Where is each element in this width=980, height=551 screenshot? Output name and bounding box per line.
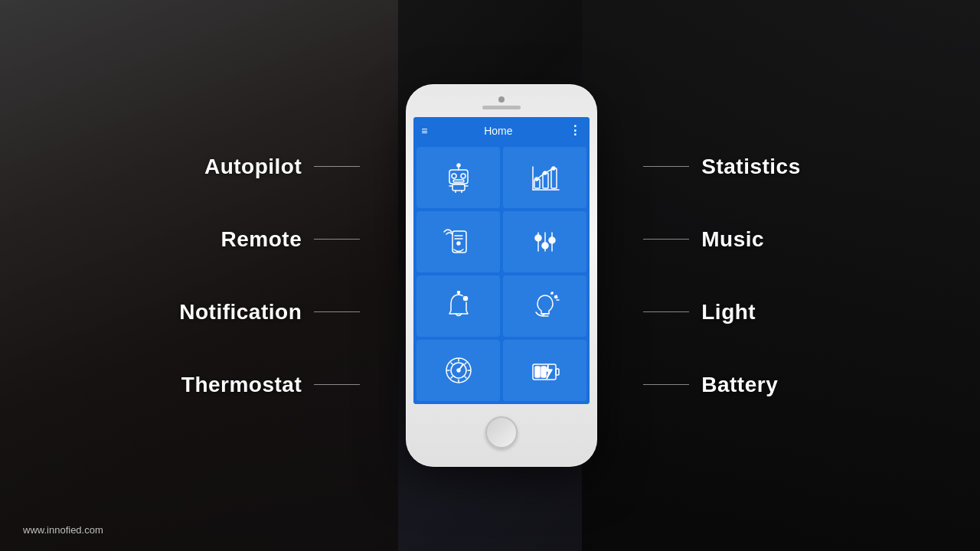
phone-bottom (413, 404, 590, 448)
svg-point-17 (544, 171, 547, 174)
chart-icon (528, 161, 562, 194)
music-label: Music (701, 227, 764, 252)
thermostat-label: Thermostat (181, 373, 302, 397)
autopilot-line (314, 166, 360, 167)
thermostat-line (314, 384, 360, 385)
notification-label: Notification (179, 300, 302, 324)
label-row-battery: Battery (643, 348, 801, 421)
sliders-icon (528, 225, 562, 259)
light-label: Light (701, 300, 756, 324)
label-row-music: Music (643, 203, 801, 276)
svg-rect-13 (551, 168, 557, 188)
svg-rect-55 (535, 367, 540, 377)
label-row-thermostat: Thermostat (179, 348, 360, 421)
app-grid (413, 144, 590, 404)
svg-point-22 (457, 242, 460, 245)
thermostat-cell[interactable] (416, 340, 500, 401)
right-labels: Statistics Music Light Battery (643, 130, 801, 421)
label-row-light: Light (643, 276, 801, 348)
music-line (643, 239, 689, 240)
thermostat-icon (442, 354, 475, 387)
svg-rect-56 (541, 367, 546, 377)
svg-rect-6 (452, 184, 465, 191)
svg-line-47 (465, 363, 466, 364)
svg-point-38 (554, 296, 557, 298)
remote-icon (442, 225, 475, 259)
remote-cell[interactable] (416, 211, 500, 272)
svg-rect-12 (543, 173, 548, 188)
statistics-cell[interactable] (503, 147, 586, 208)
remote-label: Remote (221, 227, 302, 252)
battery-icon (528, 354, 562, 387)
light-cell[interactable] (503, 276, 586, 337)
notification-line (314, 311, 360, 312)
remote-line (314, 239, 360, 240)
svg-point-18 (552, 167, 555, 170)
svg-point-26 (535, 235, 541, 241)
bell-icon (442, 289, 475, 323)
svg-rect-54 (556, 369, 559, 375)
autopilot-cell[interactable] (416, 147, 500, 208)
svg-point-52 (457, 369, 460, 372)
svg-point-4 (461, 174, 466, 178)
more-icon[interactable]: ⋮ (569, 123, 582, 138)
label-row-autopilot: Autopilot (179, 130, 360, 203)
phone-mockup: ≡ Home ⋮ (406, 84, 597, 467)
svg-point-28 (549, 237, 555, 243)
label-row-statistics: Statistics (643, 130, 801, 203)
home-button[interactable] (485, 416, 518, 448)
robot-icon (442, 161, 475, 194)
phone-top (413, 96, 590, 117)
svg-point-30 (457, 292, 459, 294)
svg-point-27 (542, 243, 548, 249)
phone-speaker (482, 106, 521, 109)
statistics-line (643, 166, 689, 167)
svg-line-50 (451, 377, 452, 378)
phone-camera (498, 96, 505, 103)
bulb-icon (528, 289, 562, 323)
phone-screen: ≡ Home ⋮ (413, 117, 590, 404)
battery-cell[interactable] (503, 340, 586, 401)
label-row-notification: Notification (179, 276, 360, 348)
app-title: Home (484, 125, 512, 137)
left-labels: Autopilot Remote Notification Thermostat (179, 130, 360, 421)
svg-point-16 (535, 178, 538, 181)
website-footer: www.innofied.com (23, 524, 103, 536)
statistics-label: Statistics (701, 155, 801, 179)
svg-rect-5 (453, 180, 464, 182)
hamburger-icon[interactable]: ≡ (421, 126, 427, 136)
app-bar: ≡ Home ⋮ (413, 117, 590, 144)
music-cell[interactable] (503, 211, 586, 272)
light-line (643, 311, 689, 312)
svg-point-3 (452, 174, 456, 178)
main-content: Autopilot Remote Notification Thermostat… (0, 0, 980, 551)
autopilot-label: Autopilot (204, 155, 302, 179)
battery-label: Battery (701, 373, 778, 397)
notification-cell[interactable] (416, 276, 500, 337)
label-row-remote: Remote (179, 203, 360, 276)
svg-line-49 (451, 363, 452, 364)
battery-line (643, 384, 689, 385)
svg-line-48 (465, 377, 466, 378)
svg-point-40 (551, 292, 553, 294)
svg-point-2 (457, 164, 460, 167)
